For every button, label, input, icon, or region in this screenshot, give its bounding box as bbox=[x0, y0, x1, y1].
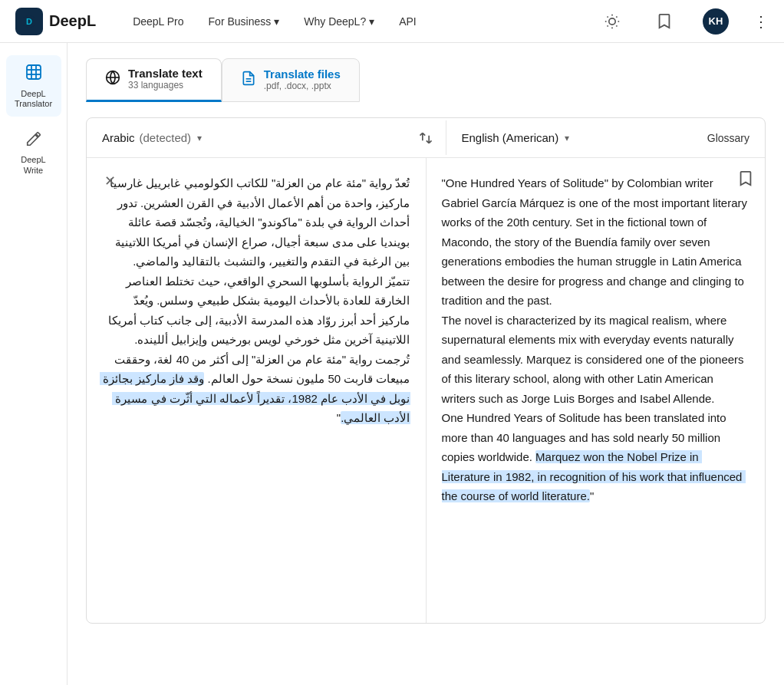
translated-text: "One Hundred Years of Solitude" by Colom… bbox=[442, 173, 750, 506]
tab-translate-text-title: Translate text bbox=[128, 67, 203, 80]
globe-tab-icon bbox=[105, 70, 120, 88]
pencil-icon bbox=[25, 130, 42, 152]
svg-text:D: D bbox=[26, 17, 32, 26]
sidebar-item-translator[interactable]: DeepLTranslator bbox=[6, 55, 61, 117]
svg-rect-11 bbox=[27, 65, 41, 79]
clear-source-button[interactable]: ✕ bbox=[99, 170, 120, 192]
glossary-button[interactable]: Glossary bbox=[707, 132, 749, 144]
nav-for-business[interactable]: For Business ▾ bbox=[209, 15, 280, 28]
tab-translate-text-subtitle: 33 languages bbox=[128, 80, 203, 91]
source-text: تُعدّ رواية "مئة عام من العزلة" للكاتب ا… bbox=[102, 173, 410, 428]
bookmark-translation-button[interactable] bbox=[739, 170, 753, 191]
translated-highlighted-text: Marquez won the Nobel Prize in Literatur… bbox=[442, 450, 746, 502]
language-bar: Arabic (detected) ▾ English (American) ▾ bbox=[87, 118, 765, 158]
source-panel[interactable]: ✕ تُعدّ رواية "مئة عام من العزلة" للكاتب… bbox=[87, 158, 427, 623]
nav-why-deepl[interactable]: Why DeepL? ▾ bbox=[304, 15, 374, 28]
source-lang-name: Arabic bbox=[102, 131, 135, 144]
bookmark-button[interactable] bbox=[651, 8, 678, 35]
target-panel: "One Hundred Years of Solitude" by Colom… bbox=[427, 158, 766, 623]
main-layout: DeepLTranslator DeepLWrite bbox=[0, 43, 784, 685]
chevron-down-icon: ▾ bbox=[274, 15, 279, 28]
source-language-selector[interactable]: Arabic (detected) ▾ bbox=[87, 120, 406, 155]
main-content: Translate text 33 languages Translate fi… bbox=[68, 43, 784, 685]
tab-bar: Translate text 33 languages Translate fi… bbox=[86, 58, 766, 102]
source-lang-chevron-icon: ▾ bbox=[197, 133, 202, 143]
theme-toggle-button[interactable] bbox=[598, 8, 626, 35]
tab-translate-files-title: Translate files bbox=[264, 68, 341, 81]
tab-translate-files[interactable]: Translate files .pdf, .docx, .pptx bbox=[222, 58, 360, 102]
tab-translate-files-labels: Translate files .pdf, .docx, .pptx bbox=[264, 68, 341, 91]
sidebar: DeepLTranslator DeepLWrite bbox=[0, 43, 68, 685]
swap-languages-button[interactable] bbox=[406, 130, 446, 146]
svg-line-6 bbox=[616, 25, 617, 26]
svg-line-10 bbox=[616, 16, 617, 17]
chevron-down-icon: ▾ bbox=[369, 15, 374, 28]
sidebar-item-translator-label: DeepLTranslator bbox=[15, 89, 52, 109]
nav-api[interactable]: API bbox=[399, 15, 417, 28]
svg-point-2 bbox=[609, 18, 615, 24]
file-tab-icon bbox=[241, 71, 256, 89]
user-avatar[interactable]: KH bbox=[703, 8, 729, 35]
translator-box: Arabic (detected) ▾ English (American) ▾ bbox=[86, 117, 766, 624]
deepl-logo-icon: D bbox=[15, 8, 43, 35]
source-highlighted-text: وقد فاز ماركيز بجائزة نوبل في الأدب عام … bbox=[100, 372, 410, 424]
target-lang-name: English (American) bbox=[462, 131, 559, 144]
sidebar-item-write[interactable]: DeepLWrite bbox=[6, 123, 61, 183]
tab-translate-files-subtitle: .pdf, .docx, .pptx bbox=[264, 81, 341, 91]
svg-line-5 bbox=[608, 16, 608, 17]
target-lang-chevron-icon: ▾ bbox=[565, 133, 569, 143]
nav-deepl-pro[interactable]: DeepL Pro bbox=[133, 15, 183, 28]
globe-icon bbox=[25, 63, 43, 86]
logo-area[interactable]: D DeepL bbox=[15, 8, 96, 35]
svg-line-9 bbox=[608, 25, 608, 26]
tab-translate-text-labels: Translate text 33 languages bbox=[128, 67, 203, 91]
target-language-area: English (American) ▾ Glossary bbox=[446, 120, 766, 155]
sidebar-item-write-label: DeepLWrite bbox=[21, 155, 45, 175]
target-language-selector[interactable]: English (American) ▾ bbox=[462, 131, 570, 144]
logo-text: DeepL bbox=[49, 12, 96, 30]
navbar: D DeepL DeepL Pro For Business ▾ Why Dee… bbox=[0, 0, 784, 43]
translation-panels: ✕ تُعدّ رواية "مئة عام من العزلة" للكاتب… bbox=[87, 158, 765, 623]
tab-translate-text[interactable]: Translate text 33 languages bbox=[86, 58, 222, 102]
source-lang-detected: (detected) bbox=[140, 131, 192, 144]
overflow-menu-button[interactable]: ⋮ bbox=[753, 12, 769, 31]
